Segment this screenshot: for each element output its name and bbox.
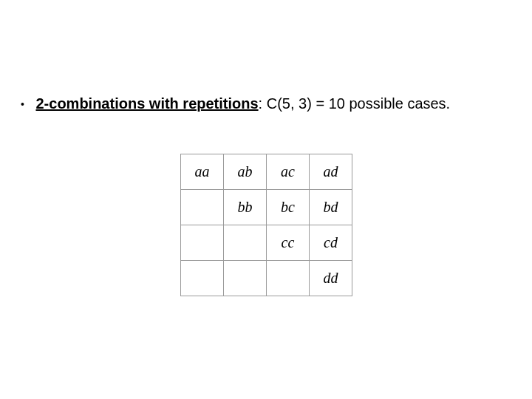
table-cell: aa <box>181 154 224 190</box>
bullet-line: • 2-combinations with repetitions: C(5, … <box>21 95 450 112</box>
table-cell <box>181 190 224 225</box>
table-row: dd <box>181 261 352 296</box>
table-cell: ac <box>267 154 310 190</box>
table-cell: ab <box>224 154 267 190</box>
table-cell: cd <box>310 225 352 261</box>
combinations-table: aa ab ac ad bb bc bd cc cd dd <box>180 154 352 296</box>
table-cell <box>267 261 310 296</box>
table-cell <box>181 261 224 296</box>
slide: • 2-combinations with repetitions: C(5, … <box>0 0 532 399</box>
table-row: aa ab ac ad <box>181 154 352 190</box>
table-cell <box>224 225 267 261</box>
bullet-rest-text: : C(5, 3) = 10 possible cases. <box>259 95 451 112</box>
table-cell <box>181 225 224 261</box>
bullet-bold-text: 2-combinations with repetitions <box>35 95 258 112</box>
table-row: cc cd <box>181 225 352 261</box>
table-cell: bb <box>224 190 267 225</box>
table-cell: ad <box>310 154 352 190</box>
table-cell: dd <box>310 261 352 296</box>
table-cell: bc <box>267 190 310 225</box>
table-cell: cc <box>267 225 310 261</box>
table-cell <box>224 261 267 296</box>
bullet-marker: • <box>21 98 24 111</box>
table-row: bb bc bd <box>181 190 352 225</box>
table-cell: bd <box>310 190 352 225</box>
combinations-table-wrap: aa ab ac ad bb bc bd cc cd dd <box>180 154 352 296</box>
